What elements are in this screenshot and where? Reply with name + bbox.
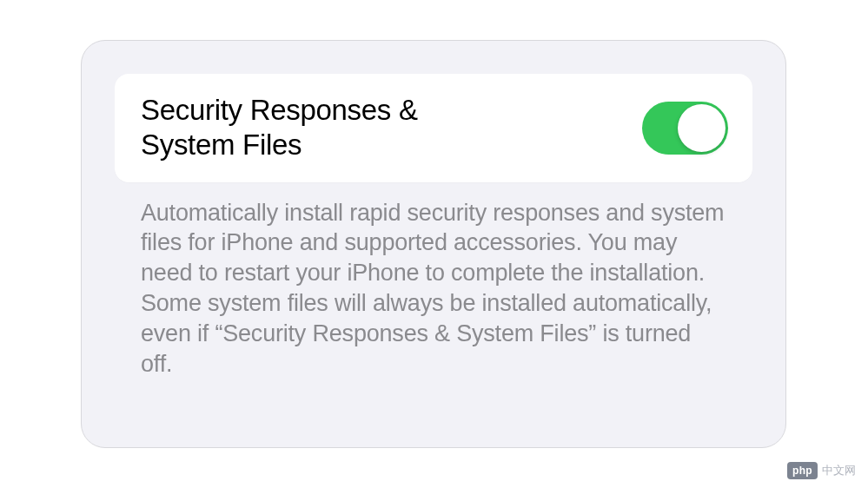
watermark: php 中文网 [787, 462, 856, 479]
watermark-badge: php [787, 462, 818, 479]
setting-description: Automatically install rapid security res… [115, 182, 752, 380]
watermark-text: 中文网 [822, 463, 856, 478]
settings-panel: Security Responses & System Files Automa… [81, 40, 786, 448]
security-responses-row: Security Responses & System Files [115, 74, 752, 182]
toggle-knob [678, 104, 726, 152]
setting-title: Security Responses & System Files [141, 93, 506, 163]
security-responses-toggle[interactable] [642, 102, 728, 155]
